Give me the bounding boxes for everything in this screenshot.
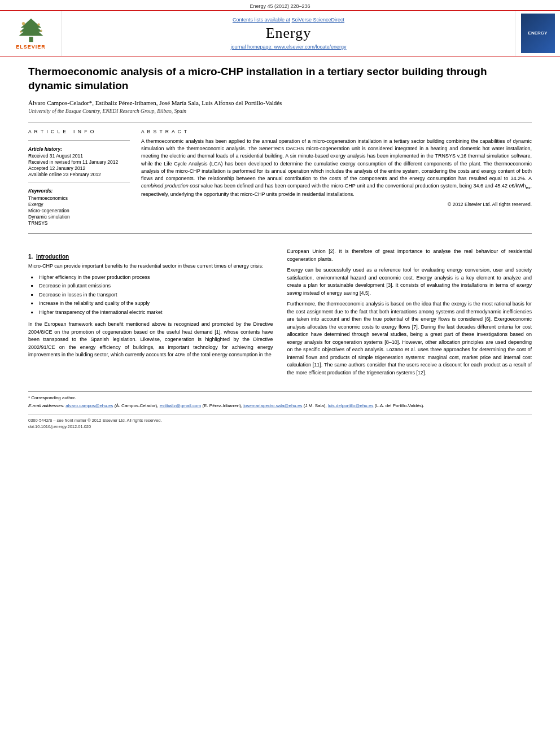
revised-date: Received in revised form 11 January 2012 <box>28 159 130 165</box>
journal-homepage: journal homepage: www.elsevier.com/locat… <box>230 44 346 50</box>
keywords-label: Keywords: <box>28 188 130 194</box>
divider-keywords <box>28 182 130 182</box>
elsevier-text: ELSEVIER <box>16 44 46 50</box>
svg-point-7 <box>40 29 42 32</box>
journal-ref-text: Energy 45 (2012) 228–236 <box>250 3 310 9</box>
divider-2 <box>28 233 532 234</box>
svg-point-5 <box>37 23 40 26</box>
elsevier-logo: ELSEVIER <box>14 18 48 50</box>
section-1-heading: 1. Introduction <box>28 254 273 260</box>
journal-center-header: Contents lists available at SciVerse Sci… <box>62 11 515 56</box>
bullet-item-4: Increase in the reliability and quality … <box>31 300 273 308</box>
sciverse-text: Contents lists available at SciVerse Sci… <box>233 17 344 23</box>
affiliation: University of the Basque Country, ENEDI … <box>28 108 532 114</box>
email-1[interactable]: alvaro.campos@ehu.es <box>65 403 113 408</box>
footer-doi: doi:10.1016/j.energy.2012.01.020 <box>28 423 532 430</box>
email-3[interactable]: josemariapedro.sala@ehu.es <box>243 403 302 408</box>
intro-bullet-list: Higher efficiency in the power productio… <box>31 274 273 317</box>
bullet-item-2: Decrease in pollutant emissions <box>31 282 273 290</box>
received-date: Received 31 August 2011 <box>28 153 130 159</box>
accepted-date: Accepted 12 January 2012 <box>28 165 130 171</box>
article-info-abstract: A R T I C L E I N F O Article history: R… <box>28 129 532 226</box>
keyword-5: TRNSYS <box>28 220 130 226</box>
keyword-3: Micro-cogeneration <box>28 208 130 213</box>
keyword-2: Exergy <box>28 202 130 207</box>
bullet-item-1: Higher efficiency in the power productio… <box>31 274 273 282</box>
article-info-header: A R T I C L E I N F O <box>28 129 130 134</box>
email-4[interactable]: luis.delportillo@ehu.es <box>328 403 374 408</box>
elsevier-logo-area: ELSEVIER <box>0 11 62 56</box>
body-two-col: 1. Introduction Micro-CHP can provide im… <box>28 248 532 380</box>
article-info-col: A R T I C L E I N F O Article history: R… <box>28 129 130 226</box>
abstract-header: A B S T R A C T <box>141 129 532 134</box>
divider-1 <box>28 123 532 123</box>
footnote-section: * Corresponding author. E-mail addresses… <box>28 391 532 408</box>
intro-para-5: Furthermore, the thermoeconomic analysis… <box>287 300 532 377</box>
copyright-text: © 2012 Elsevier Ltd. All rights reserved… <box>141 202 532 207</box>
email-2[interactable]: estibaliz@gmail.com <box>160 403 201 408</box>
abstract-text: A thermoeconomic analysis has been appli… <box>141 138 532 198</box>
svg-rect-0 <box>29 37 33 42</box>
intro-para-2: In the European framework each benefit m… <box>28 321 273 359</box>
energy-badge-text: ENERGY <box>528 30 548 36</box>
divider-article-info <box>28 140 130 141</box>
available-date: Available online 23 February 2012 <box>28 172 130 177</box>
elsevier-tree-icon <box>14 18 48 43</box>
journal-header: ELSEVIER Contents lists available at Sci… <box>0 10 560 56</box>
authors-line: Álvaro Campos-Celador*, Estibaliz Pérez-… <box>28 99 532 106</box>
keyword-4: Dynamic simulation <box>28 214 130 220</box>
intro-para-3: European Union [2]. It is therefore of g… <box>287 248 532 263</box>
page: Energy 45 (2012) 228–236 E <box>0 0 560 747</box>
corresponding-note: * Corresponding author. <box>28 395 532 401</box>
intro-para-4: Exergy can be successfully used as a ref… <box>287 267 532 297</box>
energy-badge: ENERGY <box>521 14 555 53</box>
footer-section: 0360-5442/$ – see front matter © 2012 El… <box>28 414 532 430</box>
svg-point-6 <box>20 30 22 33</box>
energy-badge-area: ENERGY <box>515 11 560 56</box>
bullet-item-5: Higher transparency of the international… <box>31 309 273 317</box>
svg-point-4 <box>21 22 24 25</box>
footer-issn: 0360-5442/$ – see front matter © 2012 El… <box>28 417 532 423</box>
article-header-section: Thermoeconomic analysis of a micro-CHP i… <box>0 56 560 248</box>
abstract-col: A B S T R A C T A thermoeconomic analysi… <box>141 129 532 226</box>
intro-para-1: Micro-CHP can provide important benefits… <box>28 263 273 270</box>
body-left-col: 1. Introduction Micro-CHP can provide im… <box>28 248 273 380</box>
bullet-item-3: Decrease in losses in the transport <box>31 291 273 299</box>
email-footnotes: E-mail addresses: alvaro.campos@ehu.es (… <box>28 403 532 409</box>
keyword-1: Thermoeconomics <box>28 195 130 201</box>
journal-citation: Energy 45 (2012) 228–236 <box>0 0 560 10</box>
journal-title: Energy <box>266 25 312 42</box>
body-right-col: European Union [2]. It is therefore of g… <box>287 248 532 380</box>
body-content: 1. Introduction Micro-CHP can provide im… <box>0 248 560 391</box>
article-title: Thermoeconomic analysis of a micro-CHP i… <box>28 65 532 93</box>
history-label: Article history: <box>28 146 130 152</box>
